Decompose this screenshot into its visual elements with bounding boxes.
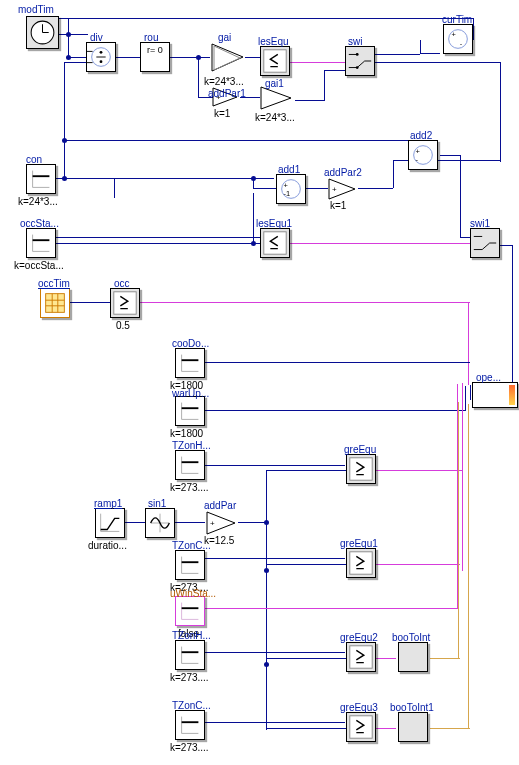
greequ3-block[interactable] (346, 712, 376, 742)
lesequ1-block[interactable] (260, 228, 290, 258)
adder-icon: + - (444, 25, 472, 53)
const-block-icon (176, 711, 204, 739)
uwinsta-block[interactable] (175, 596, 205, 626)
bootoint1-block[interactable] (398, 712, 428, 742)
occtim-label: occTim (38, 278, 70, 289)
divider-icon (87, 43, 115, 71)
sin1-block[interactable] (145, 508, 175, 538)
gai1-label: gai1 (265, 78, 284, 89)
tzonh-k: k=273.... (170, 482, 209, 493)
greequ2-label: greEqu2 (340, 632, 378, 643)
con-label: con (26, 154, 42, 165)
svg-text:+: + (210, 519, 215, 528)
occ-val: 0.5 (116, 320, 130, 331)
const-block-icon (27, 165, 55, 193)
adder-icon: + -1 (277, 175, 305, 203)
const-block-icon (176, 641, 204, 669)
svg-marker-23 (261, 87, 291, 109)
const-block-icon (176, 551, 204, 579)
addpar-label: addPar (204, 500, 236, 511)
ramp1-block[interactable] (95, 508, 125, 538)
const-block-icon (176, 349, 204, 377)
tzonh2-block[interactable] (175, 640, 205, 670)
rou-label: rou (144, 32, 158, 43)
occsta-block[interactable] (26, 228, 56, 258)
gai1-k: k=24*3... (255, 112, 295, 123)
svg-point-4 (100, 51, 103, 54)
warup-k: k=1800 (170, 428, 203, 439)
bootoint-label: booToInt (392, 632, 430, 643)
div-block[interactable] (86, 42, 116, 72)
ramp1-sub: duratio... (88, 540, 127, 551)
warup-label: warUp... (172, 388, 209, 399)
clock-icon (27, 17, 58, 48)
occtim-block[interactable] (40, 288, 70, 318)
greequ-label: greEqu (344, 444, 376, 455)
svg-text:-1: -1 (284, 189, 291, 198)
addpar2-k: k=1 (330, 200, 346, 211)
swi1-block[interactable] (470, 228, 500, 258)
gai-block[interactable] (210, 40, 245, 75)
ramp1-label: ramp1 (94, 498, 122, 509)
ge-icon (111, 289, 139, 317)
add2-block[interactable]: + - (408, 140, 438, 170)
bootoint-block[interactable] (398, 642, 428, 672)
addpar-triangle-icon: + (328, 177, 358, 201)
svg-point-16 (356, 53, 359, 56)
coodo-label: cooDo... (172, 338, 209, 349)
svg-point-17 (356, 66, 359, 69)
addpar2-block[interactable]: + (328, 177, 358, 201)
le-icon (261, 229, 289, 257)
greequ1-block[interactable] (346, 548, 376, 578)
svg-line-41 (482, 243, 489, 250)
add1-block[interactable]: + -1 (276, 174, 306, 204)
tzonc2-label: TZonC... (172, 700, 211, 711)
coodo-block[interactable] (175, 348, 205, 378)
warup-block[interactable] (175, 396, 205, 426)
swi1-label: swi1 (470, 218, 490, 229)
svg-text:+: + (451, 30, 455, 39)
curtim-label: curTim (442, 14, 472, 25)
rou-block[interactable]: r= 0 (140, 42, 170, 72)
svg-line-14 (357, 61, 364, 68)
greequ3-label: greEqu3 (340, 702, 378, 713)
tzonh-block[interactable] (175, 450, 205, 480)
svg-point-6 (100, 60, 103, 63)
occ-block[interactable] (110, 288, 140, 318)
curtim-block[interactable]: + - (443, 24, 473, 54)
addpar2-label: addPar2 (324, 167, 362, 178)
lesequ-block[interactable] (260, 46, 290, 76)
modtim-block[interactable] (26, 16, 59, 49)
con-block[interactable] (26, 164, 56, 194)
le-icon (261, 47, 289, 75)
sine-icon (146, 509, 174, 537)
ge-icon (347, 713, 375, 741)
lesequ1-label: lesEqu1 (256, 218, 292, 229)
occ-label: occ (114, 278, 130, 289)
con-k: k=24*3... (18, 196, 58, 207)
addpar-block[interactable]: + (206, 510, 238, 536)
greequ2-block[interactable] (346, 642, 376, 672)
div-label: div (90, 32, 103, 43)
ope-label: ope... (476, 372, 501, 383)
greequ1-label: greEqu1 (340, 538, 378, 549)
switch-icon (346, 47, 374, 75)
modtim-label: modTim (18, 4, 54, 15)
tzonh2-label: TZonH... (172, 630, 211, 641)
tzonc2-k: k=273.... (170, 742, 209, 753)
occsta-label: occSta... (20, 218, 59, 229)
add2-label: add2 (410, 130, 432, 141)
addpar1-label-alt: addPar1 (208, 88, 246, 99)
greequ-block[interactable] (346, 454, 376, 484)
bootoint1-label: booToInt1 (390, 702, 434, 713)
svg-rect-38 (264, 232, 286, 254)
swi-block[interactable] (345, 46, 375, 76)
tzonc2-block[interactable] (175, 710, 205, 740)
ope-block[interactable] (472, 382, 518, 408)
rou-text: r= 0 (141, 43, 169, 55)
svg-rect-11 (264, 50, 286, 72)
swi-label: swi (348, 36, 362, 47)
ramp-icon (96, 509, 124, 537)
ge-icon (347, 455, 375, 483)
tzonc-block[interactable] (175, 550, 205, 580)
